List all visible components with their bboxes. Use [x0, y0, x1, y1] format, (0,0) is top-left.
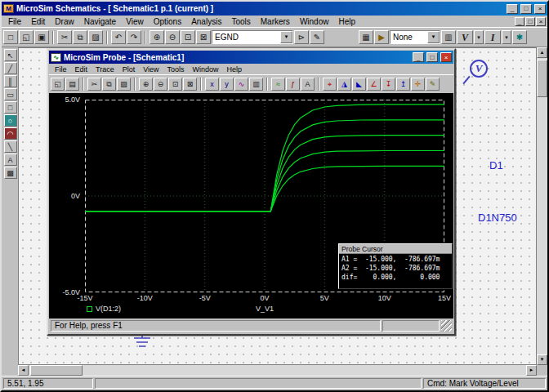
mdi-close-button[interactable]: ×	[536, 17, 546, 26]
menu-tools[interactable]: Tools	[163, 65, 189, 74]
block-tool-button[interactable]: ▭	[4, 88, 17, 100]
select-tool-button[interactable]: ↖	[4, 49, 17, 61]
zoom-page-button[interactable]: ⊠	[196, 30, 211, 44]
diode-model-label[interactable]: D1N750	[478, 212, 517, 224]
copy-button[interactable]: ⧉	[102, 78, 116, 91]
copy-button[interactable]: ⧉	[73, 30, 87, 44]
wire-tool-button[interactable]: ╱	[4, 62, 17, 74]
redo-button[interactable]: ↷	[127, 30, 141, 44]
log-x-axis-button[interactable]: x	[205, 78, 219, 91]
combo-dropdown-icon[interactable]: ▼	[280, 31, 292, 43]
mark-advanced-button[interactable]: ✱	[512, 30, 527, 44]
picture-tool-button[interactable]: ▩	[4, 167, 17, 179]
current-marker-dropdown-icon[interactable]: ▼	[502, 30, 511, 44]
menu-view[interactable]: View	[121, 16, 149, 27]
fourier-button[interactable]: ∿	[234, 78, 248, 91]
probe-cursor-window[interactable]: Probe Cursor A1 = -15.000, -786.697mA2 =…	[338, 243, 453, 289]
probe-cursor-title[interactable]: Probe Cursor	[339, 244, 452, 254]
menu-help[interactable]: Help	[333, 16, 360, 27]
maximize-button[interactable]: □	[520, 4, 532, 14]
menu-help[interactable]: Help	[223, 65, 247, 74]
scroll-right-icon[interactable]: ►	[526, 365, 537, 376]
menu-options[interactable]: Options	[149, 16, 186, 27]
probe-close-button[interactable]: ×	[440, 52, 452, 62]
menu-window[interactable]: Window	[189, 65, 223, 74]
horizontal-scroll-track[interactable]	[29, 365, 526, 376]
new-button[interactable]: □	[3, 30, 18, 44]
log-y-axis-button[interactable]: y	[220, 78, 234, 91]
mdi-minimize-button[interactable]: _	[515, 17, 524, 26]
menu-tools[interactable]: Tools	[226, 16, 255, 27]
diode-ref-label[interactable]: D1	[489, 159, 503, 172]
voltage-marker-dropdown-icon[interactable]: ▼	[474, 30, 484, 44]
current-marker-button[interactable]: I	[484, 30, 501, 44]
cursor-max-button[interactable]: ↥	[396, 78, 410, 91]
scroll-down-icon[interactable]: ▼	[537, 354, 547, 365]
mdi-restore-button[interactable]: □	[525, 17, 535, 26]
undo-button[interactable]: ↶	[111, 30, 126, 44]
menu-markers[interactable]: Markers	[256, 16, 295, 27]
title-bar[interactable]: M MicroSim Schematics - [ Schematic1 p.1…	[2, 2, 547, 16]
close-button[interactable]: ×	[534, 4, 546, 14]
minimize-button[interactable]: _	[507, 4, 518, 14]
circle-tool-button[interactable]: ○	[4, 114, 17, 127]
open-button[interactable]: ◱	[19, 30, 33, 44]
cut-button[interactable]: ✂	[57, 30, 72, 44]
probe-window[interactable]: ∿ MicroSim Probe - [Schematic1] _ □ × Fi…	[47, 48, 456, 336]
probe-maximize-button[interactable]: □	[426, 52, 438, 62]
cursor-slope-button[interactable]: ∠	[367, 78, 381, 91]
cursor-point-button[interactable]: ✛	[411, 78, 425, 91]
arc-tool-button[interactable]: ◠	[4, 127, 17, 140]
zoom-in-button[interactable]: ⊕	[150, 30, 164, 44]
voltage-marker-button[interactable]: V	[457, 30, 473, 44]
cursor-peak-button[interactable]: ◮	[337, 78, 351, 91]
zoom-area-button[interactable]: ⊡	[168, 78, 182, 91]
menu-view[interactable]: View	[139, 65, 163, 74]
menu-file[interactable]: File	[51, 65, 71, 74]
mark-label-button[interactable]: ✎	[426, 78, 440, 91]
part-name-combo[interactable]: EGND ▼	[212, 30, 293, 44]
marker-color-combo[interactable]: None ▼	[390, 30, 440, 44]
plot-region[interactable]: 5.0V0V-5.0V -15V-10V-5V0V5V10V15V V_V1 V…	[49, 93, 453, 318]
text-label-button[interactable]: A	[301, 78, 315, 91]
scroll-up-icon[interactable]: ▲	[537, 47, 547, 58]
bus-tool-button[interactable]: ║	[4, 75, 17, 87]
edit-attributes-button[interactable]: ✎	[310, 30, 324, 44]
vertical-scroll-track[interactable]	[537, 58, 547, 354]
combo-dropdown-icon[interactable]: ▼	[427, 31, 440, 43]
menu-file[interactable]: File	[3, 16, 26, 27]
menu-navigate[interactable]: Navigate	[79, 16, 121, 27]
open-button[interactable]: ◱	[51, 78, 65, 91]
probe-title-bar[interactable]: ∿ MicroSim Probe - [Schematic1] _ □ ×	[49, 51, 453, 64]
setup-analysis-button[interactable]: ▦	[359, 30, 373, 44]
print-button[interactable]: ▤	[65, 78, 79, 91]
menu-draw[interactable]: Draw	[50, 16, 78, 27]
scroll-left-icon[interactable]: ◄	[18, 365, 29, 376]
menu-edit[interactable]: Edit	[26, 16, 50, 27]
line-tool-button[interactable]: ╲	[4, 140, 17, 153]
menu-trace[interactable]: Trace	[92, 65, 118, 74]
menu-analysis[interactable]: Analysis	[186, 16, 226, 27]
paste-button[interactable]: ▨	[117, 78, 131, 91]
menu-edit[interactable]: Edit	[71, 65, 92, 74]
display-results-button[interactable]: ▥	[441, 30, 456, 44]
add-trace-button[interactable]: ≈	[271, 78, 285, 91]
performance-analysis-button[interactable]: ▥	[249, 78, 263, 91]
paste-button[interactable]: ▨	[88, 30, 103, 44]
zoom-area-button[interactable]: ⊡	[181, 30, 195, 44]
horizontal-scroll-thumb[interactable]	[30, 365, 83, 376]
vertical-scroll-thumb[interactable]	[537, 60, 547, 97]
resize-grip[interactable]	[441, 320, 452, 332]
zoom-fit-button[interactable]: ⊠	[183, 78, 197, 91]
eval-goal-function-button[interactable]: ƒ	[286, 78, 300, 91]
voltage-marker[interactable]: V	[470, 60, 488, 78]
cursor-trough-button[interactable]: ◣	[352, 78, 366, 91]
probe-minimize-button[interactable]: _	[413, 52, 424, 62]
text-tool-button[interactable]: A	[4, 154, 17, 166]
get-new-part-button[interactable]: ⊳	[294, 30, 309, 44]
toggle-cursor-button[interactable]: ⌖	[323, 78, 337, 91]
vertical-scrollbar[interactable]: ▲ ▼	[537, 47, 547, 365]
horizontal-scrollbar[interactable]: ◄ ►	[18, 365, 537, 376]
menu-plot[interactable]: Plot	[118, 65, 140, 74]
trace-name[interactable]: V(D1:2)	[96, 305, 121, 313]
